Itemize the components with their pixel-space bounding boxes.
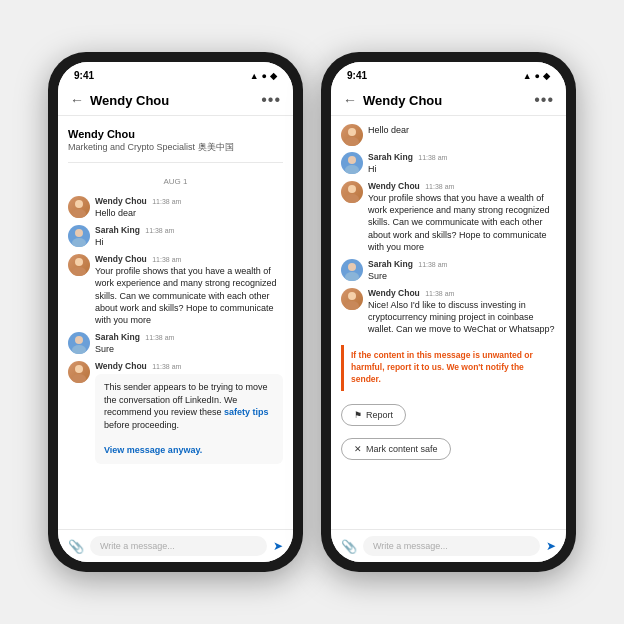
svg-point-10 — [348, 128, 356, 136]
contact-name-right: Wendy Chou — [363, 93, 534, 108]
safety-link[interactable]: safety tips — [224, 407, 269, 417]
back-button-right[interactable]: ← — [343, 92, 357, 108]
svg-point-11 — [345, 137, 359, 146]
msg-text: Your profile shows that you have a wealt… — [368, 192, 556, 253]
msg-sender: Sarah King — [95, 225, 140, 235]
msg-time: 11:38 am — [145, 334, 174, 341]
msg-content: Hello dear — [368, 124, 556, 136]
contact-name-left: Wendy Chou — [90, 93, 261, 108]
msg-sender: Sarah King — [368, 152, 413, 162]
msg-sender: Sarah King — [95, 332, 140, 342]
avatar-wc — [341, 124, 363, 146]
msg-time: 11:38 am — [152, 256, 181, 263]
time-left: 9:41 — [74, 70, 94, 81]
avatar-wc — [68, 196, 90, 218]
msg-sender: Wendy Chou — [368, 181, 420, 191]
attach-icon-right[interactable]: 📎 — [341, 539, 357, 554]
svg-point-15 — [345, 194, 359, 203]
safety-text: This sender appears to be trying to move… — [104, 382, 269, 430]
avatar-sk — [341, 152, 363, 174]
message-input-right[interactable]: Write a message... — [363, 536, 540, 556]
msg-content: Wendy Chou 11:38 am Nice! Also I'd like … — [368, 288, 556, 335]
msg-time: 11:38 am — [418, 154, 447, 161]
msg-content: Wendy Chou 11:38 am This sender appears … — [95, 361, 283, 464]
msg-sender: Wendy Chou — [95, 361, 147, 371]
date-divider: AUG 1 — [68, 177, 283, 186]
safety-box: This sender appears to be trying to move… — [95, 374, 283, 464]
chat-header-left: ← Wendy Chou ••• — [58, 85, 293, 116]
send-button-right[interactable]: ➤ — [546, 539, 556, 553]
msg-time: 11:38 am — [152, 363, 181, 370]
status-icons-left: ▲ ● ◆ — [250, 71, 277, 81]
menu-button-right[interactable]: ••• — [534, 91, 554, 109]
msg-time: 11:38 am — [145, 227, 174, 234]
svg-point-8 — [75, 365, 83, 373]
msg-text: Sure — [368, 270, 556, 282]
attach-icon[interactable]: 📎 — [68, 539, 84, 554]
time-right: 9:41 — [347, 70, 367, 81]
view-message-link[interactable]: View message anyway. — [104, 445, 202, 455]
svg-point-18 — [348, 292, 356, 300]
msg-time: 11:38 am — [418, 261, 447, 268]
svg-point-17 — [345, 272, 359, 281]
message-row: Wendy Chou 11:38 am Your profile shows t… — [68, 254, 283, 326]
mark-safe-icon: ✕ — [354, 444, 362, 454]
message-row: Sarah King 11:38 am Sure — [68, 332, 283, 355]
avatar-sk — [341, 259, 363, 281]
chat-header-right: ← Wendy Chou ••• — [331, 85, 566, 116]
msg-text: Hello dear — [368, 124, 556, 136]
message-row: Sarah King 11:38 am Hi — [341, 152, 556, 175]
send-button-left[interactable]: ➤ — [273, 539, 283, 553]
status-icons-right: ▲ ● ◆ — [523, 71, 550, 81]
msg-content: Wendy Chou 11:38 am Your profile shows t… — [368, 181, 556, 253]
svg-point-6 — [75, 336, 83, 344]
message-row: Sarah King 11:38 am Hi — [68, 225, 283, 248]
msg-content: Sarah King 11:38 am Hi — [368, 152, 556, 175]
msg-time: 11:38 am — [152, 198, 181, 205]
report-label: Report — [366, 410, 393, 420]
msg-sender: Wendy Chou — [95, 254, 147, 264]
msg-sender: Wendy Chou — [368, 288, 420, 298]
message-row: Hello dear — [341, 124, 556, 146]
svg-point-9 — [72, 374, 86, 383]
msg-content: Wendy Chou 11:38 am Your profile shows t… — [95, 254, 283, 326]
chat-input-bar-right: 📎 Write a message... ➤ — [331, 529, 566, 562]
svg-point-7 — [72, 345, 86, 354]
msg-content: Wendy Chou 11:38 am Hello dear — [95, 196, 283, 219]
profile-title: Marketing and Crypto Specialist 奥美中国 — [68, 141, 283, 154]
msg-text: Nice! Also I'd like to discuss investing… — [368, 299, 556, 335]
msg-sender: Wendy Chou — [95, 196, 147, 206]
status-bar-left: 9:41 ▲ ● ◆ — [58, 62, 293, 85]
phone-right: 9:41 ▲ ● ◆ ← Wendy Chou ••• — [321, 52, 576, 572]
svg-point-1 — [72, 209, 86, 218]
msg-time: 11:38 am — [425, 183, 454, 190]
svg-point-13 — [345, 165, 359, 174]
svg-point-19 — [345, 301, 359, 310]
menu-button-left[interactable]: ••• — [261, 91, 281, 109]
msg-time: 11:38 am — [425, 290, 454, 297]
message-row: Wendy Chou 11:38 am Nice! Also I'd like … — [341, 288, 556, 335]
chat-body-left: Wendy Chou Marketing and Crypto Speciali… — [58, 116, 293, 529]
avatar-sk — [68, 225, 90, 247]
msg-text: Sure — [95, 343, 283, 355]
message-row: Wendy Chou 11:38 am Your profile shows t… — [341, 181, 556, 253]
message-input-left[interactable]: Write a message... — [90, 536, 267, 556]
svg-point-14 — [348, 185, 356, 193]
report-button[interactable]: ⚑ Report — [341, 404, 406, 426]
msg-text: Hello dear — [95, 207, 283, 219]
msg-content: Sarah King 11:38 am Sure — [95, 332, 283, 355]
mark-safe-button[interactable]: ✕ Mark content safe — [341, 438, 451, 460]
msg-text: Hi — [368, 163, 556, 175]
msg-sender: Sarah King — [368, 259, 413, 269]
svg-point-12 — [348, 156, 356, 164]
warning-box: If the content in this message is unwant… — [341, 345, 556, 391]
back-button-left[interactable]: ← — [70, 92, 84, 108]
svg-point-16 — [348, 263, 356, 271]
avatar-wc — [68, 254, 90, 276]
svg-point-5 — [72, 267, 86, 276]
svg-point-0 — [75, 200, 83, 208]
phone-left: 9:41 ▲ ● ◆ ← Wendy Chou ••• Wendy Chou M… — [48, 52, 303, 572]
msg-text: Your profile shows that you have a wealt… — [95, 265, 283, 326]
avatar-wc — [341, 288, 363, 310]
chat-input-bar-left: 📎 Write a message... ➤ — [58, 529, 293, 562]
